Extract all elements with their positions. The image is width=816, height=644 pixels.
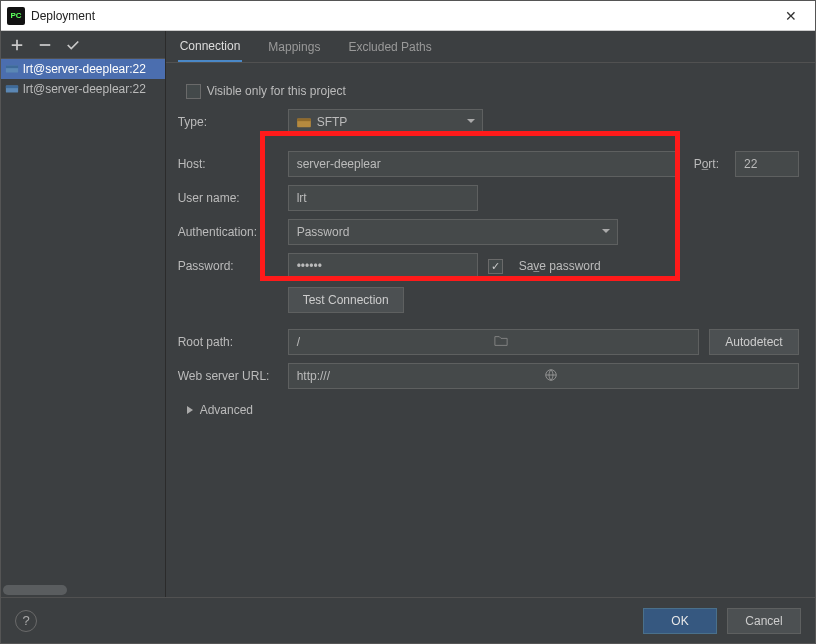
username-label: User name: [178,191,288,205]
chevron-down-icon [601,225,611,239]
folder-icon[interactable] [494,334,692,351]
chevron-down-icon [466,115,476,129]
tab-mappings[interactable]: Mappings [266,31,322,62]
sidebar-toolbar [1,31,165,59]
host-label: Host: [178,157,288,171]
password-input[interactable]: •••••• [288,253,478,279]
sftp-icon [297,116,311,128]
titlebar: PC Deployment ✕ [1,1,815,31]
advanced-toggle[interactable]: Advanced [178,393,799,417]
cancel-button[interactable]: Cancel [727,608,801,634]
window-title: Deployment [31,9,773,23]
authentication-select[interactable]: Password [288,219,618,245]
server-list: lrt@server-deeplear:22 lrt@server-deeple… [1,59,165,597]
help-icon[interactable]: ? [15,610,37,632]
sidebar-scrollbar[interactable] [3,585,163,595]
test-connection-button[interactable]: Test Connection [288,287,404,313]
tab-connection[interactable]: Connection [178,31,243,62]
check-icon[interactable] [65,37,81,53]
visible-only-label: Visible only for this project [207,84,346,98]
tab-excluded-paths[interactable]: Excluded Paths [346,31,433,62]
ok-button[interactable]: OK [643,608,717,634]
svg-rect-2 [6,66,18,69]
port-label: Port: [694,157,719,171]
port-input[interactable]: 22 [735,151,799,177]
username-input[interactable]: lrt [288,185,478,211]
authentication-value: Password [297,225,350,239]
close-icon[interactable]: ✕ [773,8,809,24]
visible-only-checkbox[interactable] [186,84,201,99]
deployment-dialog: PC Deployment ✕ [0,0,816,644]
svg-rect-6 [297,119,311,122]
svg-rect-4 [6,86,18,89]
remove-icon[interactable] [37,37,53,53]
server-item[interactable]: lrt@server-deeplear:22 [1,59,165,79]
password-label: Password: [178,259,288,273]
server-icon [5,82,19,96]
svg-rect-0 [40,44,51,46]
type-label: Type: [178,115,288,129]
type-value: SFTP [317,115,348,129]
sidebar: lrt@server-deeplear:22 lrt@server-deeple… [1,31,166,597]
autodetect-button[interactable]: Autodetect [709,329,799,355]
app-icon: PC [7,7,25,25]
dialog-footer: ? OK Cancel [1,597,815,643]
chevron-right-icon [186,405,194,415]
type-select[interactable]: SFTP [288,109,483,135]
connection-form: Visible only for this project Type: SFTP [166,63,815,417]
globe-icon[interactable] [544,368,792,385]
save-password-checkbox[interactable] [488,259,503,274]
server-label: lrt@server-deeplear:22 [23,82,146,96]
save-password-label: Save password [519,259,601,273]
server-icon [5,62,19,76]
main-panel: Connection Mappings Excluded Paths Visib… [166,31,815,597]
advanced-label: Advanced [200,403,253,417]
server-label: lrt@server-deeplear:22 [23,62,146,76]
root-path-label: Root path: [178,335,288,349]
root-path-input[interactable]: / [288,329,699,355]
web-server-url-input[interactable]: http:/// [288,363,799,389]
web-server-url-label: Web server URL: [178,369,288,383]
tabs: Connection Mappings Excluded Paths [166,31,815,63]
server-item[interactable]: lrt@server-deeplear:22 [1,79,165,99]
authentication-label: Authentication: [178,225,288,239]
add-icon[interactable] [9,37,25,53]
host-input[interactable]: server-deeplear [288,151,678,177]
